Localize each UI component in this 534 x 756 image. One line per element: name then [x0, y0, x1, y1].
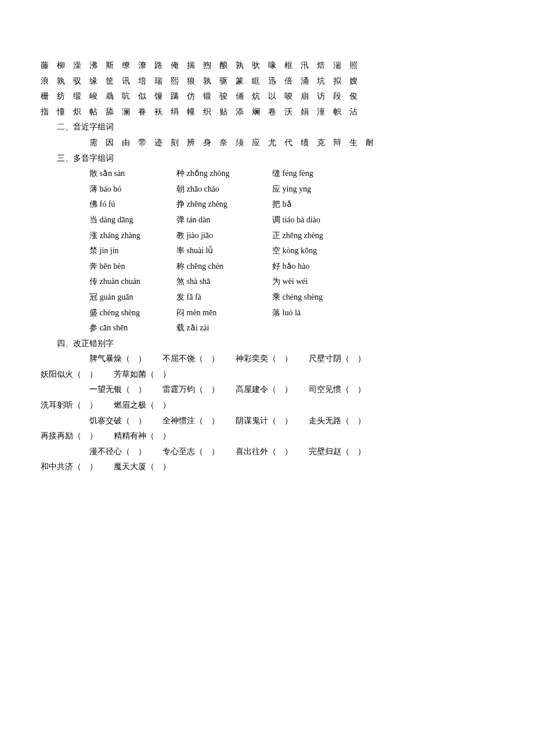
poly-cell: 称 chēng chèn [176, 259, 272, 275]
poly-cell: 当 dàng dāng [89, 213, 176, 228]
poly-cell: 好 hǎo hào [272, 259, 359, 275]
char-row-4: 指 憧 炽 帖 舔 澜 眷 袄 绢 幢 织 贴 添 斓 卷 沃 娟 潼 帜 沾 [41, 105, 493, 120]
poly-row: 散 sǎn sàn 种 zhǒng zhòng 缝 féng fèng [89, 166, 493, 182]
section-3-title: 三、多音字组词 [57, 151, 493, 167]
poly-cell: 闷 mèn mēn [176, 305, 272, 321]
poly-cell: 朝 zhāo cháo [176, 182, 272, 197]
poly-row: 禁 jin jin 率 shuài lǚ 空 kòng kōng [89, 243, 493, 259]
poly-cell: 调 tiáo bà diào [272, 213, 359, 228]
error-line: 妖阳似火（ ） 芳草如菌（ ） [41, 367, 493, 383]
section-2-title: 二、音近字组词 [57, 120, 493, 135]
poly-cell: 参 cān shēn [89, 321, 176, 336]
poly-cell: 应 ying yng [272, 182, 359, 197]
error-line: 饥寨交破（ ） 全神惯注（ ） 阴谋鬼计（ ） 走头无路（ ） [89, 413, 493, 429]
error-line: 漫不径心（ ） 专心至志（ ） 喜出往外（ ） 完壁归赵（ ） [89, 444, 493, 460]
poly-cell: 率 shuài lǚ [176, 243, 272, 259]
poly-cell: 禁 jin jin [89, 243, 176, 259]
poly-cell: 乘 chéng shèng [272, 290, 359, 305]
polyphonic-table: 散 sǎn sàn 种 zhǒng zhòng 缝 féng fèng 薄 bá… [89, 166, 493, 336]
poly-cell: 奔 bēn bèn [89, 259, 176, 275]
poly-cell [272, 321, 359, 336]
poly-cell: 盛 chéng shèng [89, 305, 176, 321]
poly-cell: 传 zhuàn chuán [89, 274, 176, 290]
poly-cell: 薄 báo bó [89, 182, 176, 197]
poly-cell: 把 bǎ [272, 197, 359, 213]
error-line: 脾气暴燥（ ） 不屈不饶（ ） 神彩奕奕（ ） 尺壁寸阴（ ） [89, 351, 493, 367]
poly-cell: 散 sǎn sàn [89, 166, 176, 182]
char-row-3: 栅 纺 缎 峻 骉 吭 似 馒 蹒 仿 锻 骏 俑 炕 以 唆 崩 访 段 俊 [41, 89, 493, 105]
poly-cell: 空 kòng kōng [272, 243, 359, 259]
poly-cell: 涨 zháng zhàng [89, 228, 176, 244]
poly-row: 当 dàng dāng 弹 tán dàn 调 tiáo bà diào [89, 213, 493, 228]
poly-row: 传 zhuàn chuán 煞 shà shā 为 wèi wéi [89, 274, 493, 290]
error-line: 再接再励（ ） 精精有神（ ） [41, 429, 493, 444]
near-sound-row: 需 因 由 带 迹 刻 辨 身 奈 须 应 尤 代 绩 克 辩 生 耐 [89, 135, 493, 151]
poly-row: 盛 chéng shèng 闷 mèn mēn 落 luò là [89, 305, 493, 321]
poly-cell: 佛 fó fú [89, 197, 176, 213]
poly-cell: 落 luò là [272, 305, 359, 321]
char-row-2: 浪 孰 驭 缘 筐 讯 培 瑞 熙 狼 孰 驱 篆 眶 迅 倍 涌 坑 拟 嫂 [41, 74, 493, 89]
section-4-title: 四、改正错别字 [57, 336, 493, 352]
error-line: 一望无银（ ） 雷霆万钧（ ） 高屋建令（ ） 司空见惯（ ） [89, 382, 493, 398]
poly-row: 冠 guàn guān 发 fā fà 乘 chéng shèng [89, 290, 493, 305]
poly-row: 薄 báo bó 朝 zhāo cháo 应 ying yng [89, 182, 493, 197]
poly-row: 参 cān shēn 载 zǎi zài [89, 321, 493, 336]
poly-cell: 冠 guàn guān [89, 290, 176, 305]
poly-cell: 发 fā fà [176, 290, 272, 305]
error-line: 和中共济（ ） 魔天大厦（ ） [41, 459, 493, 475]
poly-cell: 教 jiào jiāo [176, 228, 272, 244]
poly-cell: 挣 zhēng zhèng [176, 197, 272, 213]
poly-cell: 为 wèi wéi [272, 274, 359, 290]
error-line: 洗耳躬听（ ） 燃眉之极（ ） [41, 398, 493, 413]
poly-cell: 煞 shà shā [176, 274, 272, 290]
char-row-1: 藤 柳 澡 沸 斯 缭 潦 路 俺 揣 煦 酿 孰 驮 喙 框 汛 焙 湍 照 [41, 58, 493, 74]
poly-cell: 载 zǎi zài [176, 321, 272, 336]
poly-cell: 种 zhǒng zhòng [176, 166, 272, 182]
poly-row: 奔 bēn bèn 称 chēng chèn 好 hǎo hào [89, 259, 493, 275]
poly-cell: 正 zhēng zhèng [272, 228, 359, 244]
poly-cell: 缝 féng fèng [272, 166, 359, 182]
poly-row: 佛 fó fú 挣 zhēng zhèng 把 bǎ [89, 197, 493, 213]
poly-row: 涨 zháng zhàng 教 jiào jiāo 正 zhēng zhèng [89, 228, 493, 244]
poly-cell: 弹 tán dàn [176, 213, 272, 228]
